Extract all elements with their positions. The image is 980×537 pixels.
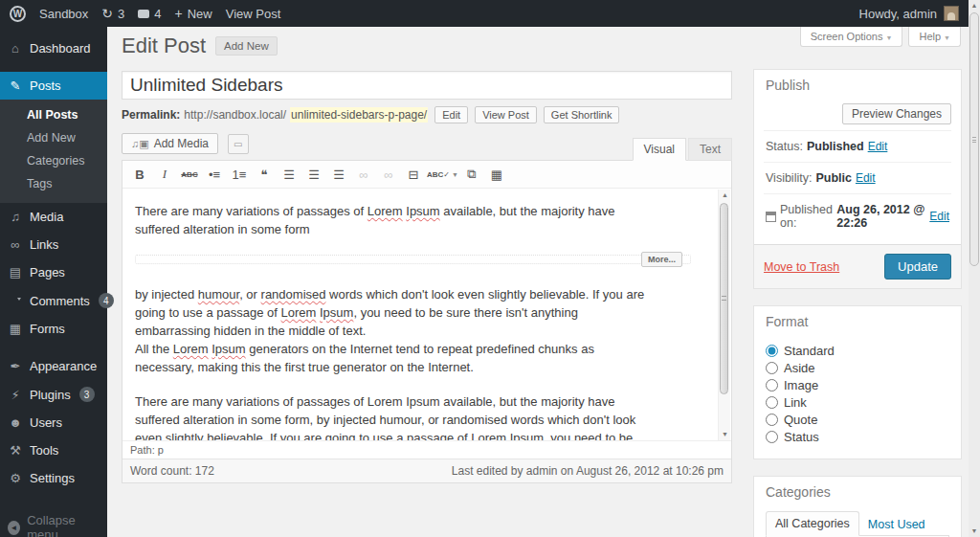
editor-content-blocks: There are many variations of passages of… <box>135 202 702 440</box>
bullet-list-button[interactable]: •≡ <box>203 165 226 184</box>
most-used-tab[interactable]: Most Used <box>859 513 934 536</box>
add-media-button[interactable]: ♫▣ Add Media <box>122 133 218 154</box>
sidebar-item-pages[interactable]: ▤ Pages <box>0 258 107 286</box>
sidebar-item-forms[interactable]: ▦ Forms <box>0 315 107 343</box>
categories-box: Categories All Categories Most Used Phot… <box>753 476 962 537</box>
format-radio-image[interactable] <box>766 379 778 392</box>
sidebar-item-plugins[interactable]: ⚡ Plugins 3 <box>0 380 107 409</box>
submenu-item-tags[interactable]: Tags <box>0 172 107 195</box>
scroll-down-arrow-icon[interactable]: ▼ <box>719 429 731 440</box>
screen-options-button[interactable]: Screen Options▼ <box>800 27 903 47</box>
format-radio-link[interactable] <box>766 396 778 409</box>
editor-content-area[interactable]: There are many variations of passages of… <box>122 189 731 440</box>
sidebar-item-appearance[interactable]: ✒ Appearance <box>0 352 107 380</box>
blockquote-button[interactable]: ❝ <box>253 165 276 184</box>
help-button[interactable]: Help▼ <box>908 27 961 47</box>
editor-scrollbar[interactable]: ▲ ▼ <box>718 190 730 440</box>
view-post-link[interactable]: View Post <box>226 7 281 21</box>
get-shortlink-button[interactable]: Get Shortlink <box>544 106 620 123</box>
wordpress-menu[interactable]: W <box>10 6 26 22</box>
numbered-list-button[interactable]: 1≡ <box>228 165 251 184</box>
more-tag-button[interactable]: ⊟ <box>402 165 425 184</box>
format-option-quote[interactable]: Quote <box>766 413 949 427</box>
format-option-label: Status <box>784 430 819 444</box>
sidebar-item-dashboard[interactable]: ⌂ Dashboard <box>0 34 107 62</box>
visibility-value: Public <box>815 171 852 185</box>
kitchen-sink-button[interactable]: ▦ <box>485 165 508 184</box>
format-option-image[interactable]: Image <box>766 378 949 392</box>
edit-status-link[interactable]: Edit <box>868 140 888 153</box>
italic-button[interactable]: I <box>153 165 176 184</box>
scroll-up-arrow-icon[interactable]: ▲ <box>969 0 980 11</box>
categories-box-title[interactable]: Categories <box>754 477 961 507</box>
submenu-item-all-posts[interactable]: All Posts <box>0 103 107 126</box>
format-option-label: Image <box>784 378 818 392</box>
editor-scrollbar-thumb[interactable] <box>720 203 728 394</box>
view-post-button[interactable]: View Post <box>475 106 537 123</box>
sidebar-item-users[interactable]: ☻ Users <box>0 409 107 436</box>
sidebar-item-label: Dashboard <box>30 41 91 56</box>
format-option-standard[interactable]: Standard <box>766 344 949 358</box>
submenu-item-categories[interactable]: Categories <box>0 149 107 172</box>
editor-toolbar: BIABC•≡1≡❝☰☰☰∞∞⊟ABC✓▼⧉▦ <box>122 161 731 189</box>
strikethrough-icon: ABC <box>181 170 197 179</box>
align-center-button[interactable]: ☰ <box>302 165 325 184</box>
spellcheck-button[interactable]: ABC✓▼ <box>427 165 458 184</box>
last-edited: Last edited by admin on August 26, 2012 … <box>452 464 724 478</box>
edit-permalink-button[interactable]: Edit <box>434 106 468 123</box>
updates-link[interactable]: ↻ 3 <box>101 7 124 21</box>
edit-date-link[interactable]: Edit <box>929 210 949 223</box>
all-categories-tab[interactable]: All Categories <box>766 511 859 536</box>
sidebar-item-settings[interactable]: ⚙ Settings <box>0 464 107 492</box>
site-name-link[interactable]: Sandbox <box>39 7 88 21</box>
fullscreen-button[interactable]: ⧉ <box>460 165 483 184</box>
scroll-up-arrow-icon[interactable]: ▲ <box>719 190 731 201</box>
align-right-icon: ☰ <box>333 168 345 182</box>
format-radio-standard[interactable] <box>766 345 778 357</box>
bold-button[interactable]: B <box>128 165 151 184</box>
sidebar-item-posts[interactable]: ✎ Posts <box>0 72 107 100</box>
collapse-menu-button[interactable]: ◄ Collapse menu <box>0 505 107 537</box>
format-option-aside[interactable]: Aside <box>766 361 949 375</box>
align-right-button[interactable]: ☰ <box>327 165 350 184</box>
page-scrollbar[interactable]: ▲ ▼ <box>969 0 980 537</box>
post-title-input[interactable] <box>122 71 732 100</box>
unlink-button[interactable]: ∞ <box>377 165 400 184</box>
align-left-button[interactable]: ☰ <box>278 165 301 184</box>
sidebar-item-links[interactable]: ∞ Links <box>0 231 107 258</box>
page-scrollbar-thumb[interactable] <box>969 12 979 266</box>
forms-icon: ▦ <box>8 322 23 336</box>
format-option-link[interactable]: Link <box>766 395 949 410</box>
link-button[interactable]: ∞ <box>352 165 375 184</box>
sidebar-item-tools[interactable]: ⚒ Tools <box>0 436 107 464</box>
strikethrough-button[interactable]: ABC <box>178 165 201 184</box>
new-content-link[interactable]: + New <box>175 7 212 21</box>
move-to-trash-link[interactable]: Move to Trash <box>764 260 839 274</box>
editor-path-bar: Path: p <box>122 440 731 459</box>
add-new-button[interactable]: Add New <box>215 36 278 56</box>
update-button[interactable]: Update <box>884 254 951 280</box>
media-icon: ♫ <box>8 210 23 224</box>
format-radio-status[interactable] <box>766 431 778 443</box>
format-option-status[interactable]: Status <box>766 430 949 444</box>
format-box-title[interactable]: Format <box>754 306 961 337</box>
comments-link[interactable]: 4 <box>138 7 161 21</box>
format-radio-aside[interactable] <box>766 362 778 374</box>
text-tab[interactable]: Text <box>688 138 732 161</box>
permalink-slug[interactable]: unlimited-sidebars-p-page/ <box>290 107 428 123</box>
preview-changes-button[interactable]: Preview Changes <box>842 103 951 124</box>
sidebar-item-comments[interactable]: Comments 4 <box>0 286 107 315</box>
posts-submenu: All Posts Add New Categories Tags <box>0 100 107 203</box>
submenu-item-add-new[interactable]: Add New <box>0 126 107 149</box>
collapse-arrow-icon: ◄ <box>8 521 20 535</box>
avatar[interactable] <box>944 6 959 21</box>
visual-tab[interactable]: Visual <box>633 138 686 161</box>
scroll-down-arrow-icon[interactable]: ▼ <box>969 526 980 537</box>
align-center-icon: ☰ <box>308 168 320 182</box>
edit-visibility-link[interactable]: Edit <box>856 171 876 185</box>
add-form-button[interactable]: ▭ <box>228 134 249 154</box>
account-menu[interactable]: Howdy, admin <box>859 7 937 21</box>
publish-box-title[interactable]: Publish <box>754 70 961 101</box>
sidebar-item-media[interactable]: ♫ Media <box>0 203 107 231</box>
format-radio-quote[interactable] <box>766 414 778 426</box>
